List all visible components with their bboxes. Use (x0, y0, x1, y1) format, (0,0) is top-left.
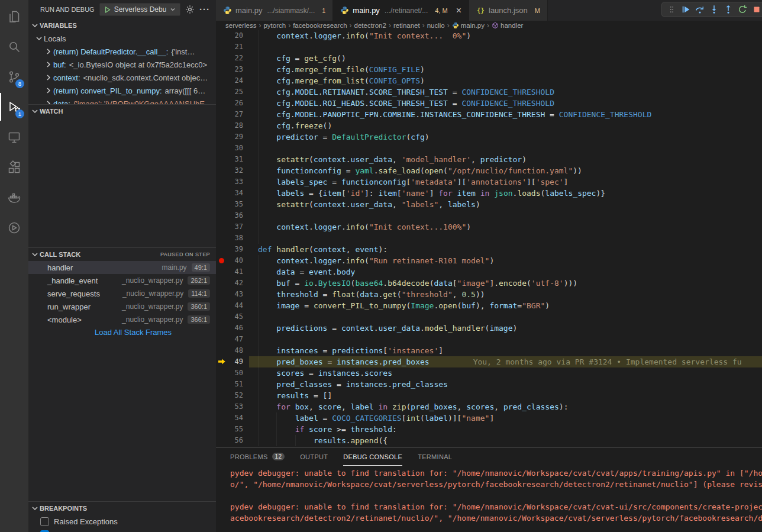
activity-item-docker[interactable] (0, 183, 28, 211)
panel-tab-debug-console[interactable]: DEBUG CONSOLE (343, 448, 402, 466)
activity-item-search[interactable] (0, 33, 28, 60)
glyph-margin[interactable] (216, 53, 228, 64)
checkbox[interactable]: ✓ (40, 530, 49, 532)
glyph-margin[interactable] (216, 401, 228, 412)
code-line[interactable]: 40 context.logger.info("Run retinanet-R1… (216, 255, 762, 266)
code-line[interactable]: 52 results = [] (216, 390, 762, 401)
variables-scope[interactable]: Locals (28, 32, 216, 45)
continue-button[interactable] (680, 4, 692, 15)
breakpoints-pane-header[interactable]: BREAKPOINTS (28, 502, 216, 515)
code-line[interactable]: 32 functionconfig = yaml.safe_load(open(… (216, 165, 762, 176)
glyph-margin[interactable] (216, 109, 228, 120)
glyph-margin[interactable] (216, 435, 228, 446)
glyph-margin[interactable] (216, 120, 228, 131)
code-line[interactable]: 50 scores = instances.scores (216, 367, 762, 379)
load-all-stack-frames-link[interactable]: Load All Stack Frames (28, 326, 216, 339)
gear-icon[interactable] (185, 5, 195, 14)
checkbox[interactable] (40, 517, 49, 526)
glyph-margin[interactable] (216, 334, 228, 345)
launch-config-picker[interactable]: Serverless Debu (99, 3, 180, 16)
code-line[interactable]: 53 for box, score, label in zip(pred_box… (216, 401, 762, 412)
glyph-margin[interactable] (216, 188, 228, 199)
glyph-margin[interactable] (216, 86, 228, 98)
glyph-margin[interactable] (216, 176, 228, 188)
code-line[interactable]: 34 labels = {item['id']: item['name'] fo… (216, 188, 762, 199)
activity-item-run-and-debug[interactable]: 1 (0, 93, 28, 121)
breadcrumb-item[interactable]: serverless (225, 22, 256, 29)
glyph-margin[interactable] (216, 345, 228, 356)
breadcrumb-item[interactable]: nuclio (427, 22, 445, 29)
console-output[interactable]: pydev debugger: unable to find translati… (216, 466, 762, 532)
code-line[interactable]: 55 if score >= threshold: (216, 424, 762, 435)
call-stack-pane-header[interactable]: CALL STACK PAUSED ON STEP (28, 248, 216, 261)
code-area[interactable]: 20 context.logger.info("Init context... … (216, 30, 762, 447)
variables-pane-header[interactable]: VARIABLES (28, 19, 216, 32)
code-line[interactable]: 39def handler(context, event): (216, 244, 762, 255)
variable-row[interactable]: context:<nuclio_sdk.context.Context obje… (28, 71, 216, 84)
breadcrumb-item[interactable]: retinanet (393, 22, 420, 29)
breakpoint-row[interactable]: ✓Uncaught Exceptions (28, 528, 216, 532)
variable-row[interactable]: (return) DefaultPredictor.__call__:{'ins… (28, 45, 216, 58)
step-out-button[interactable] (722, 4, 734, 15)
code-line[interactable]: 31 setattr(context.user_data, 'model_han… (216, 154, 762, 165)
glyph-margin[interactable] (216, 323, 228, 334)
gripper-button[interactable] (666, 4, 677, 15)
editor-tab[interactable]: main.py.../siammask/...1 (216, 0, 333, 21)
breadcrumb-item[interactable]: pytorch (263, 22, 286, 29)
panel-tab-problems[interactable]: PROBLEMS12 (230, 448, 285, 466)
code-line[interactable]: 35 setattr(context.user_data, "labels", … (216, 199, 762, 210)
glyph-margin[interactable] (216, 278, 228, 289)
stack-frame[interactable]: _handle_event_nuclio_wrapper.py262:1 (28, 274, 216, 287)
glyph-margin[interactable] (216, 154, 228, 165)
glyph-margin[interactable] (216, 165, 228, 176)
glyph-margin[interactable] (216, 143, 228, 154)
code-line[interactable]: 37 context.logger.info("Init context...1… (216, 221, 762, 233)
glyph-margin[interactable] (216, 131, 228, 143)
breadcrumb-item[interactable]: detectron2 (354, 22, 386, 29)
code-line[interactable]: 49 pred_boxes = instances.pred_boxesYou,… (216, 356, 762, 367)
code-line[interactable]: 47 (216, 334, 762, 345)
glyph-margin[interactable] (216, 379, 228, 390)
variable-row[interactable]: (return) convert_PIL_to_numpy:array([[[ … (28, 84, 216, 97)
code-line[interactable]: 24 cfg.merge_from_list(CONFIG_OPTS) (216, 75, 762, 86)
glyph-margin[interactable] (216, 356, 228, 367)
glyph-margin[interactable] (216, 199, 228, 210)
code-line[interactable]: 36 (216, 210, 762, 221)
activity-item-test-explorer[interactable] (0, 214, 28, 241)
code-line[interactable]: 44 image = convert_PIL_to_numpy(Image.op… (216, 300, 762, 311)
glyph-margin[interactable] (216, 98, 228, 109)
glyph-margin[interactable] (216, 41, 228, 53)
editor-tab[interactable]: main.py.../retinanet/...4, M× (333, 0, 469, 21)
code-line[interactable]: 41 data = event.body (216, 266, 762, 278)
watch-pane-header[interactable]: WATCH (28, 105, 216, 118)
code-line[interactable]: 42 buf = io.BytesIO(base64.b64decode(dat… (216, 278, 762, 289)
glyph-margin[interactable] (216, 311, 228, 323)
code-line[interactable]: 48 instances = predictions['instances'] (216, 345, 762, 356)
breadcrumb-item[interactable]: handler (492, 22, 523, 29)
panel-tab-terminal[interactable]: TERMINAL (418, 448, 452, 466)
stop-button[interactable] (751, 4, 762, 15)
glyph-margin[interactable] (216, 64, 228, 75)
code-line[interactable]: 25 cfg.MODEL.RETINANET.SCORE_THRESH_TEST… (216, 86, 762, 98)
variable-row[interactable]: data:{'image': 'iVBORw0KGgoAAAANSUhE… (28, 97, 216, 104)
code-line[interactable]: 43 threshold = float(data.get("threshold… (216, 289, 762, 300)
glyph-margin[interactable] (216, 367, 228, 379)
code-line[interactable]: 38 (216, 233, 762, 244)
glyph-margin[interactable] (216, 266, 228, 278)
code-line[interactable]: 33 labels_spec = functionconfig['metadat… (216, 176, 762, 188)
panel-tab-output[interactable]: OUTPUT (300, 448, 328, 466)
code-line[interactable]: 29 predictor = DefaultPredictor(cfg) (216, 131, 762, 143)
code-line[interactable]: 30 (216, 143, 762, 154)
stack-frame[interactable]: run_wrapper_nuclio_wrapper.py360:1 (28, 300, 216, 313)
code-line[interactable]: 51 pred_classes = instances.pred_classes (216, 379, 762, 390)
glyph-margin[interactable] (216, 412, 228, 424)
glyph-margin[interactable] (216, 210, 228, 221)
editor-tab[interactable]: {}launch.jsonM (469, 0, 548, 21)
breakpoint-row[interactable]: Raised Exceptions (28, 515, 216, 528)
glyph-margin[interactable] (216, 300, 228, 311)
glyph-margin[interactable] (216, 221, 228, 233)
code-line[interactable]: 46 predictions = context.user_data.model… (216, 323, 762, 334)
restart-button[interactable] (737, 4, 748, 15)
code-line[interactable]: 21 (216, 41, 762, 53)
code-line[interactable]: 56 results.append({ (216, 435, 762, 446)
